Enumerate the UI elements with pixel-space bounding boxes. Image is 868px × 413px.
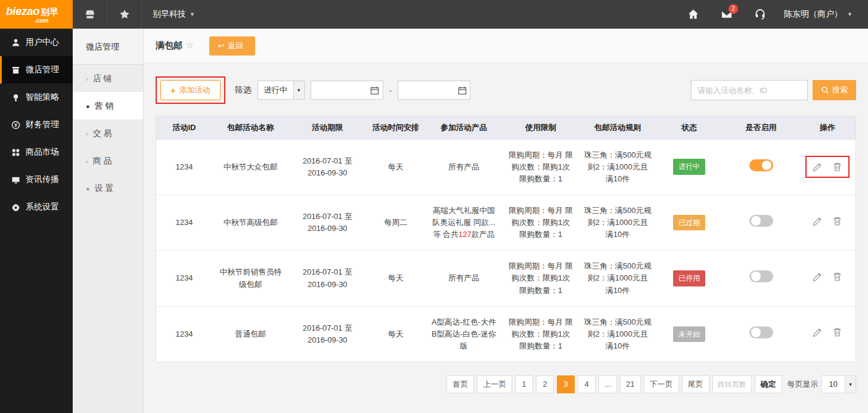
cell-limits: 限购周期：每月 限购次数：限购1次 限购数量：1: [503, 139, 579, 195]
cell-period: 2016-07-01 至 2016-09-30: [289, 195, 366, 250]
pagination-next[interactable]: 下一页: [644, 375, 679, 393]
pagination-jump-input[interactable]: 跳转页数: [712, 375, 752, 393]
headset-icon: [754, 8, 766, 20]
cell-period: 2016-07-01 至 2016-09-30: [289, 251, 366, 306]
products-count: 127: [458, 230, 472, 239]
annotation-box-add: + 添加活动: [156, 76, 225, 104]
enable-toggle[interactable]: [749, 326, 773, 338]
date-to-input[interactable]: [398, 81, 454, 99]
date-from-input[interactable]: [311, 81, 367, 99]
per-page-value: 10: [822, 376, 845, 393]
sidebar-item-system-settings[interactable]: 系统设置: [0, 193, 73, 221]
edit-icon[interactable]: [813, 216, 823, 226]
strategy-icon: [11, 93, 20, 102]
pagination-confirm-button[interactable]: 确定: [755, 375, 782, 393]
date-to-field[interactable]: [398, 81, 470, 100]
sub-item-settings[interactable]: ●设 置: [73, 174, 143, 202]
cell-rules: 珠三角：满500元规则2：满1000元且满10件: [579, 251, 656, 306]
sidebar-item-label: 商品市场: [26, 147, 59, 158]
col-header-enabled: 是否启用: [723, 116, 799, 139]
cell-schedule: 每天: [366, 139, 426, 195]
logo-cn: 别早: [41, 7, 58, 17]
mail-badge: 2: [728, 4, 738, 14]
status-badge: 已停用: [673, 270, 705, 286]
edit-icon[interactable]: [813, 162, 823, 172]
main-content: 满包邮☆ ↩ 返回 + 添加活动 筛选 进行中 ▼ -: [144, 29, 868, 413]
sidebar-item-label: 系统设置: [26, 202, 59, 212]
sub-item-label: 营 销: [95, 101, 114, 110]
status-badge: 未开始: [673, 326, 705, 343]
sub-item-marketing[interactable]: ●营 销: [73, 92, 143, 119]
logo-suffix: .com: [35, 18, 73, 24]
cell-rules: 珠三角：满500元规则2：满1000元且满10件: [579, 306, 656, 362]
logo[interactable]: biezao别早 .com: [0, 0, 73, 29]
pagination-page-3-active[interactable]: 3: [557, 375, 575, 393]
enable-toggle[interactable]: [749, 270, 773, 282]
products-text: 款产品: [472, 230, 495, 239]
search-input[interactable]: [691, 80, 808, 100]
pagination-page-2[interactable]: 2: [536, 375, 554, 393]
calendar-icon[interactable]: [367, 81, 383, 99]
favorite-star-icon[interactable]: ☆: [186, 40, 194, 50]
delete-icon[interactable]: [832, 216, 842, 226]
pagination-page-4[interactable]: 4: [578, 375, 596, 393]
cell-period: 2016-07-01 至 2016-09-30: [289, 139, 366, 195]
sidebar-item-store-management[interactable]: 微店管理: [0, 56, 73, 84]
broadcast-icon: [11, 175, 20, 184]
cell-rules: 珠三角：满500元规则2：满1000元且满10件: [579, 195, 656, 250]
cell-schedule: 每天: [366, 306, 426, 362]
enable-toggle[interactable]: [749, 215, 773, 227]
sidebar-item-product-market[interactable]: 商品市场: [0, 138, 73, 166]
calendar-icon[interactable]: [454, 81, 470, 99]
plus-icon: +: [170, 85, 176, 95]
per-page-label: 每页显示: [788, 379, 819, 390]
add-activity-button[interactable]: + 添加活动: [160, 80, 221, 100]
table-row: 1234 普通包邮 2016-07-01 至 2016-09-30 每天 A型高…: [156, 306, 855, 362]
status-filter-select[interactable]: 进行中 ▼: [258, 81, 305, 100]
sidebar-item-finance[interactable]: 财务管理: [0, 111, 73, 138]
sub-item-goods[interactable]: ›商 品: [73, 147, 143, 174]
cell-period: 2016-07-01 至 2016-09-30: [289, 306, 366, 362]
logo-text: biezao: [6, 5, 39, 17]
toggle-knob: [751, 216, 761, 226]
user-menu[interactable]: 陈东明（商户） ▼: [777, 9, 868, 20]
table-row: 1234 中秋节高级包邮 2016-07-01 至 2016-09-30 每周二…: [156, 195, 855, 250]
cell-products: A型高达-红色-大件 B型高达-白色-迷你版: [426, 306, 503, 362]
sidebar-item-smart-strategy[interactable]: 智能策略: [0, 84, 73, 111]
pagination: 首页 上一页 1 2 3 4 ... 21 下一页 尾页 跳转页数 确定 每页显…: [144, 362, 868, 406]
enable-toggle[interactable]: [749, 159, 773, 171]
sub-item-trade[interactable]: ›交 易: [73, 119, 143, 147]
per-page-select[interactable]: 10 ▼: [822, 375, 856, 393]
back-button[interactable]: ↩ 返回: [209, 36, 255, 56]
messages-button[interactable]: 2: [710, 0, 743, 29]
company-name: 别早科技: [153, 9, 186, 20]
pagination-ellipsis[interactable]: ...: [599, 375, 617, 393]
shop-icon[interactable]: [73, 0, 107, 29]
secondary-sidebar-title: 微店管理: [73, 29, 143, 64]
pagination-last[interactable]: 尾页: [682, 375, 709, 393]
delete-icon[interactable]: [832, 327, 842, 337]
cell-products: 高端大气礼服中国队奥运礼服 同款...等 合共127款产品: [426, 195, 503, 250]
company-switcher[interactable]: 别早科技 ▼: [142, 0, 206, 29]
sidebar-item-user-center[interactable]: 用户中心: [0, 29, 73, 56]
status-filter-value: 进行中: [258, 81, 293, 99]
delete-icon[interactable]: [832, 162, 842, 172]
sidebar-item-news-spread[interactable]: 资讯传播: [0, 166, 73, 193]
col-header-status: 状态: [656, 116, 723, 139]
edit-icon[interactable]: [813, 327, 823, 337]
pagination-first[interactable]: 首页: [447, 375, 474, 393]
edit-icon[interactable]: [813, 272, 823, 282]
delete-icon[interactable]: [832, 272, 842, 282]
table-row: 1234 中秋节大众包邮 2016-07-01 至 2016-09-30 每天 …: [156, 139, 855, 195]
customer-service-button[interactable]: [743, 0, 777, 29]
star-icon[interactable]: [107, 0, 142, 29]
status-badge: 已过期: [673, 215, 705, 231]
pagination-page-21[interactable]: 21: [620, 375, 640, 393]
search-button[interactable]: 搜索: [813, 80, 856, 100]
date-from-field[interactable]: [311, 81, 383, 100]
search-icon: [821, 86, 829, 94]
pagination-prev[interactable]: 上一页: [477, 375, 512, 393]
sub-item-shop[interactable]: ›店 铺: [73, 64, 143, 92]
pagination-page-1[interactable]: 1: [515, 375, 533, 393]
home-button[interactable]: [677, 0, 710, 29]
